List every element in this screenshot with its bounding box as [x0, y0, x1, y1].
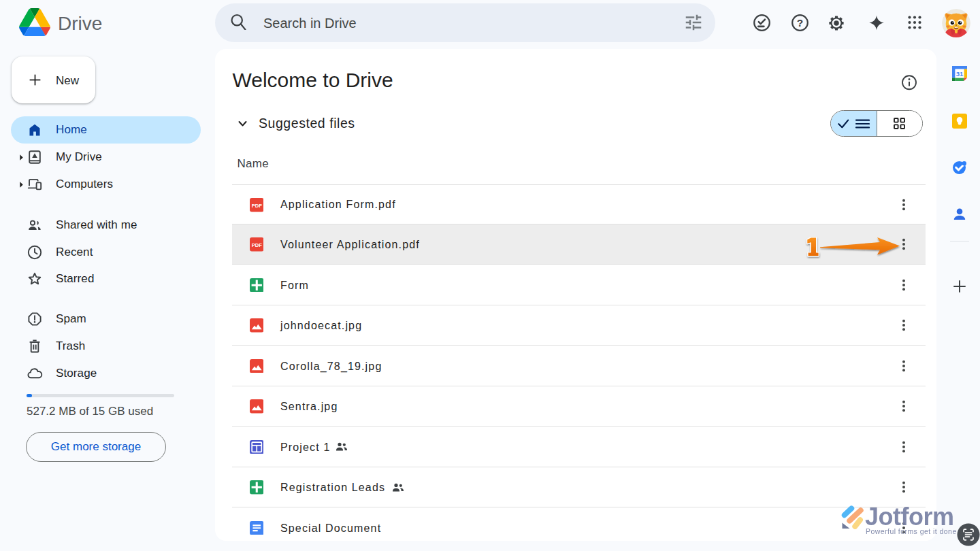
- svg-text:PDF: PDF: [251, 242, 262, 248]
- svg-text:?: ?: [796, 17, 802, 29]
- svg-text:31: 31: [956, 70, 964, 78]
- svg-text:PDF: PDF: [251, 203, 262, 209]
